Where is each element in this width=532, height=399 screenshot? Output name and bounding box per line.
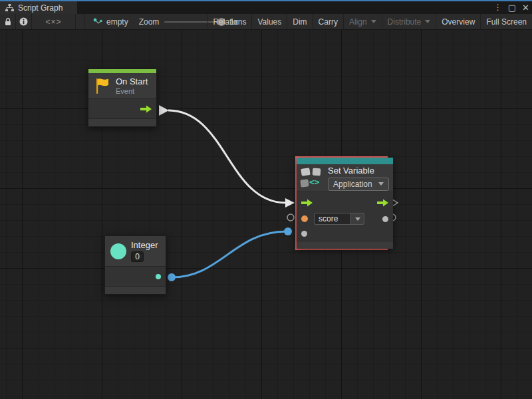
name-input-dot[interactable]	[301, 215, 308, 222]
toolbar-spacer	[76, 14, 85, 29]
on-start-header: On Start Event	[88, 73, 156, 99]
tab-script-graph[interactable]: Script Graph	[0, 1, 77, 14]
integer-port-area	[105, 267, 166, 286]
tab-title: Script Graph	[18, 3, 63, 13]
variable-stripe	[297, 158, 393, 164]
title-bar: Script Graph ⋮ ▢ ✕	[0, 0, 532, 14]
graph-breadcrumb[interactable]: empty	[85, 14, 135, 29]
on-start-exec-output-port[interactable]	[159, 105, 169, 116]
align-dropdown-button[interactable]: Align	[343, 14, 382, 29]
chevron-down-icon	[371, 20, 376, 23]
graph-toolbar: <×> empty Zoom 1x Relations Values Dim	[0, 14, 532, 30]
integer-icon	[110, 243, 126, 259]
chevron-down-icon	[355, 217, 360, 221]
info-icon	[19, 17, 28, 26]
integer-output-dot[interactable]	[156, 274, 161, 279]
code-preview-button[interactable]: <×>	[32, 14, 76, 29]
toolbar-right-group: Relations Values Dim Carry Align Distrib…	[207, 14, 532, 29]
value-wire[interactable]	[172, 231, 287, 277]
exec-wire[interactable]	[168, 110, 286, 203]
integer-output-port[interactable]	[168, 273, 176, 281]
chevron-down-icon	[425, 20, 430, 23]
variable-name-dropdown-button[interactable]	[351, 213, 364, 225]
set-variable-name-input-port[interactable]	[287, 214, 294, 221]
carry-button[interactable]: Carry	[313, 14, 343, 29]
code-icon: <×>	[45, 17, 61, 27]
exec-output-arrow-icon[interactable]	[377, 199, 388, 207]
integer-value-field[interactable]: 0	[131, 251, 144, 262]
dim-button[interactable]: Dim	[287, 14, 312, 29]
integer-header: Integer 0	[105, 236, 166, 267]
node-set-variable-selection: <> Set Variable Application	[295, 156, 388, 250]
node-title: Integer	[131, 240, 158, 250]
window-controls: ⋮ ▢ ✕	[494, 1, 529, 14]
node-title: Set Variable	[328, 166, 389, 176]
relations-button[interactable]: Relations	[207, 14, 251, 29]
graph-hierarchy-icon	[5, 4, 14, 11]
wire-layer	[0, 30, 532, 399]
distribute-dropdown-button[interactable]: Distribute	[382, 14, 436, 29]
on-start-footer	[88, 118, 156, 126]
zoom-label: Zoom	[139, 17, 160, 27]
graph-pointer-icon	[93, 18, 102, 26]
lock-button[interactable]	[0, 14, 16, 29]
lock-icon	[5, 18, 11, 26]
set-variable-header: <> Set Variable Application	[297, 164, 393, 192]
set-variable-value-input-port[interactable]	[284, 227, 292, 235]
maximize-icon[interactable]: ▢	[508, 1, 516, 14]
node-subtitle: Event	[116, 87, 148, 95]
chevron-down-icon	[378, 182, 384, 186]
close-icon[interactable]: ✕	[522, 1, 529, 14]
integer-footer	[105, 286, 166, 294]
flag-icon	[94, 76, 111, 95]
inspect-button[interactable]	[16, 14, 32, 29]
node-on-start[interactable]: On Start Event	[88, 68, 157, 127]
set-variable-footer	[297, 241, 393, 249]
set-variable-port-area: score	[297, 192, 393, 241]
exec-output-arrow-icon[interactable]	[140, 105, 152, 113]
value-output-dot[interactable]	[382, 216, 388, 222]
node-set-variable[interactable]: <> Set Variable Application	[297, 158, 393, 249]
exec-input-arrow-icon[interactable]	[301, 199, 313, 207]
node-integer[interactable]: Integer 0	[104, 235, 166, 295]
set-variable-icon: <>	[301, 167, 323, 189]
script-graph-window: Script Graph ⋮ ▢ ✕	[0, 0, 532, 399]
graph-canvas[interactable]: On Start Event	[0, 30, 532, 399]
value-input-dot[interactable]	[301, 231, 307, 237]
fullscreen-button[interactable]: Full Screen	[480, 14, 532, 29]
breadcrumb-label: empty	[106, 17, 128, 27]
variable-scope-dropdown[interactable]: Application	[328, 178, 389, 191]
window-menu-icon[interactable]: ⋮	[494, 1, 502, 14]
overview-button[interactable]: Overview	[436, 14, 480, 29]
on-start-port-area	[88, 99, 156, 118]
values-button[interactable]: Values	[251, 14, 287, 29]
exec-wire-arrowhead	[285, 198, 295, 207]
node-title: On Start	[116, 76, 148, 86]
variable-name-field[interactable]: score	[314, 213, 351, 225]
